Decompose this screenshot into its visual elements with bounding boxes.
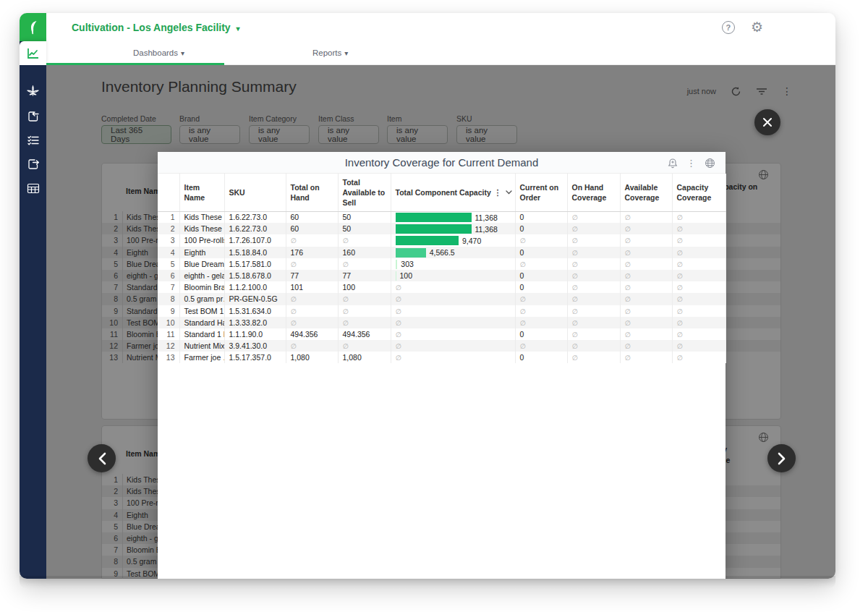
- sort-chevron-down-icon[interactable]: [506, 190, 512, 195]
- table-cell: Kids These …: [179, 211, 224, 223]
- help-icon[interactable]: ?: [722, 21, 735, 34]
- table-cell: Eighth: [179, 247, 224, 258]
- table-cell: ∅: [515, 234, 567, 246]
- column-header-sku[interactable]: SKU: [224, 174, 286, 211]
- sidebar-item-outbound[interactable]: [20, 156, 46, 173]
- table-row[interactable]: 2Kids These …1.6.22.73.0605011,3680∅∅∅: [158, 223, 726, 234]
- table-cell: 1.1.1.90.0: [224, 328, 286, 340]
- table-cell: 0: [515, 270, 567, 281]
- table-row[interactable]: 4Eighth1.5.18.84.01761604,566.50∅∅∅: [158, 247, 726, 258]
- capacity-bar-cell: 4,566.5: [391, 247, 515, 258]
- next-widget-button[interactable]: [767, 444, 796, 472]
- tab-dashboards-label: Dashboards: [133, 48, 178, 57]
- capacity-value: 9,470: [462, 237, 481, 245]
- table-row[interactable]: 13Farmer joe …1.5.17.357.01,0801,080∅0∅∅…: [158, 352, 726, 363]
- table-cell: ∅: [515, 317, 567, 328]
- table-cell: 9: [158, 305, 179, 317]
- table-cell: ∅: [672, 247, 726, 258]
- tab-dashboards[interactable]: Dashboards▾: [133, 41, 184, 64]
- table-cell: ∅: [286, 340, 338, 352]
- table-cell: ∅: [672, 328, 726, 340]
- table-row[interactable]: 80.5 gram pr…PR-GEN-0.5G∅∅∅∅∅∅∅: [158, 293, 726, 305]
- table-cell: ∅: [567, 270, 620, 281]
- column-header-capacity-coverage[interactable]: Capacity Coverage: [672, 174, 726, 211]
- gear-icon[interactable]: ⚙: [751, 20, 763, 34]
- table-row[interactable]: 1Kids These …1.6.22.73.0605011,3680∅∅∅: [158, 211, 726, 223]
- table-row[interactable]: 9Test BOM 11.5.31.634.0∅∅∅∅∅∅∅: [158, 305, 726, 317]
- table-cell: ∅: [620, 328, 672, 340]
- table-cell: Blue Dream …: [179, 258, 224, 270]
- table-row[interactable]: 5Blue Dream …1.5.17.581.0∅∅303∅∅∅∅: [158, 258, 726, 270]
- capacity-bar-cell: ∅: [391, 317, 515, 328]
- close-modal-button[interactable]: [754, 109, 780, 135]
- table-cell: 0: [515, 223, 567, 234]
- tab-reports[interactable]: Reports▾: [312, 41, 348, 64]
- table-cell: 77: [286, 270, 338, 281]
- table-cell: 1.5.17.581.0: [224, 258, 286, 270]
- table-cell: 494.356: [286, 328, 338, 340]
- table-row[interactable]: 7Bloomin Bra…1.1.2.100.0101100∅0∅∅∅: [158, 281, 726, 293]
- column-kebab-icon[interactable]: ⋮: [494, 187, 502, 197]
- active-nav-dashboards[interactable]: [20, 41, 46, 65]
- sidebar-item-tables[interactable]: [20, 179, 46, 197]
- table-cell: ∅: [286, 305, 338, 317]
- kebab-menu-icon[interactable]: ⋮: [686, 158, 696, 169]
- table-cell: ∅: [672, 305, 726, 317]
- table-cell: ∅: [672, 281, 726, 293]
- table-cell: 50: [338, 211, 391, 223]
- column-header-item-name[interactable]: Item Name: [179, 174, 224, 211]
- globe-icon[interactable]: [705, 158, 715, 169]
- sidebar-item-tasks[interactable]: [20, 132, 46, 149]
- table-cell: ∅: [672, 223, 726, 234]
- table-row[interactable]: 6eighth - gelato1.5.18.678.077771000∅∅∅: [158, 270, 726, 281]
- table-cell: ∅: [338, 293, 391, 305]
- sidebar: [20, 41, 46, 579]
- table-cell: ∅: [672, 352, 726, 363]
- table-cell: 0: [515, 247, 567, 258]
- table-cell: 1.5.18.84.0: [224, 247, 286, 258]
- facility-selector[interactable]: Cultivation - Los Angeles Facility ▾: [72, 22, 240, 33]
- column-header-current-on-order[interactable]: Current on Order: [515, 174, 567, 211]
- table-cell: ∅: [515, 258, 567, 270]
- table-row[interactable]: 3100 Pre-rolls1.7.26.107.0∅∅9,470∅∅∅∅: [158, 234, 726, 246]
- zoomed-widget-modal: Inventory Coverage for Current Demand ⋮: [158, 152, 726, 579]
- table-row[interactable]: 10Standard Ha…1.3.33.82.0∅∅∅∅∅∅∅: [158, 317, 726, 328]
- table-cell: ∅: [286, 258, 338, 270]
- chevron-down-icon: ▾: [344, 49, 348, 57]
- table-cell: 494.356: [338, 328, 391, 340]
- column-header-available-coverage[interactable]: Available Coverage: [620, 174, 672, 211]
- table-cell: 13: [158, 352, 179, 363]
- table-cell: ∅: [672, 211, 726, 223]
- table-cell: 1,080: [286, 352, 338, 363]
- table-cell: ∅: [620, 247, 672, 258]
- table-cell: ∅: [286, 234, 338, 246]
- column-header-total-available-to-sell[interactable]: Total Available to Sell: [338, 174, 391, 211]
- sidebar-item-cultivation[interactable]: [20, 83, 46, 101]
- capacity-bar-cell: ∅: [391, 293, 515, 305]
- table-row[interactable]: 12Nutrient Mix …3.9.41.30.0∅∅∅∅∅∅∅: [158, 340, 726, 352]
- alert-bell-icon[interactable]: [668, 158, 678, 169]
- table-cell: 0: [515, 328, 567, 340]
- table-cell: ∅: [567, 247, 620, 258]
- table-row[interactable]: 11Standard 1 KG1.1.1.90.0494.356494.356∅…: [158, 328, 726, 340]
- capacity-value: 4,566.5: [430, 248, 455, 257]
- table-cell: Standard 1 KG: [179, 328, 224, 340]
- table-cell: ∅: [515, 340, 567, 352]
- table-cell: 1.6.22.73.0: [224, 223, 286, 234]
- table-cell: ∅: [286, 293, 338, 305]
- table-cell: ∅: [567, 328, 620, 340]
- sidebar-item-intake[interactable]: [20, 108, 46, 125]
- column-header-total-on-hand[interactable]: Total on Hand: [286, 174, 338, 211]
- prev-widget-button[interactable]: [88, 444, 116, 472]
- app-window: Cultivation - Los Angeles Facility ▾ ? ⚙…: [20, 13, 835, 579]
- table-icon: [27, 183, 40, 194]
- table-cell: ∅: [620, 281, 672, 293]
- column-header-on-hand-coverage[interactable]: On Hand Coverage: [567, 174, 620, 211]
- table-cell: ∅: [672, 258, 726, 270]
- column-header-total-component-capacity[interactable]: Total Component Capacity ⋮: [391, 174, 515, 211]
- table-cell: Standard Ha…: [179, 317, 224, 328]
- app-logo[interactable]: [20, 13, 46, 41]
- capacity-bar: [396, 224, 472, 234]
- table-cell: 10: [158, 317, 179, 328]
- table-cell: 0.5 gram pr…: [179, 293, 224, 305]
